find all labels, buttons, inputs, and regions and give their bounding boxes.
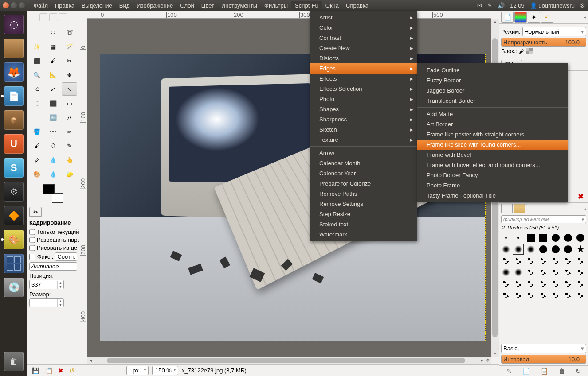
menu-инструменты[interactable]: Инструменты: [218, 1, 261, 10]
brush-40[interactable]: [563, 290, 574, 301]
brush-4[interactable]: [550, 232, 561, 243]
undo-tab[interactable]: ↶: [541, 12, 553, 23]
launcher-firefox[interactable]: 🦊: [3, 61, 25, 83]
brush-11[interactable]: [550, 244, 561, 255]
menuitem-step-resize[interactable]: Step Resize: [310, 209, 417, 219]
restore-options-icon[interactable]: 📋: [45, 367, 53, 374]
opt-draw-center-checkbox[interactable]: [29, 245, 35, 251]
brush-25[interactable]: [550, 267, 561, 278]
zoom-dropdown[interactable]: 150 %: [152, 366, 178, 375]
brush-18[interactable]: [550, 255, 561, 266]
brush-22[interactable]: [513, 267, 524, 278]
menuitem-artist[interactable]: Artist: [310, 12, 417, 23]
menuitem-stoked-text[interactable]: Stoked text: [310, 219, 417, 229]
brush-26[interactable]: [563, 267, 574, 278]
brush-31[interactable]: [537, 278, 549, 289]
tool-9[interactable]: 🔍: [29, 68, 45, 81]
brush-preset-dropdown[interactable]: Basic,: [501, 344, 586, 353]
brush-15[interactable]: [513, 255, 524, 266]
menuitem-prepare-for-colorize[interactable]: Prepare for Colorize: [310, 178, 417, 189]
menuitem-effects[interactable]: Effects: [310, 74, 417, 84]
brush-12[interactable]: [563, 244, 574, 255]
brush-3[interactable]: [537, 232, 549, 243]
opt-fixed-checkbox[interactable]: [29, 254, 35, 260]
brush-10[interactable]: [537, 244, 549, 255]
brush-23[interactable]: [525, 267, 536, 278]
close-tab-button[interactable]: ✖: [575, 192, 586, 201]
unit-dropdown[interactable]: px: [126, 366, 149, 375]
tool-17[interactable]: ▭: [62, 97, 77, 110]
lock-alpha-icon[interactable]: [526, 48, 533, 54]
brush-8[interactable]: [513, 244, 524, 255]
tool-3[interactable]: ✨: [29, 40, 45, 53]
brush-35[interactable]: [500, 290, 511, 301]
opt-fixed-dropdown[interactable]: Соотн.: [55, 252, 77, 261]
tool-2[interactable]: ➰: [62, 26, 77, 39]
menuitem-remove-settings[interactable]: Remove Settings: [310, 199, 417, 209]
menuitem-tasty-frame-optional-title[interactable]: Tasty Frame - optional Title: [417, 190, 568, 201]
tool-16[interactable]: ⬛: [46, 97, 61, 110]
brush-27[interactable]: [575, 267, 586, 278]
menu-фильтры[interactable]: Фильтры: [261, 1, 291, 10]
brush-34[interactable]: [575, 278, 586, 289]
input-method-icon[interactable]: ✎: [487, 2, 492, 9]
channels-tab[interactable]: [514, 12, 527, 23]
brushes-tab[interactable]: [501, 204, 513, 213]
position-spinbox[interactable]: 337▲▼: [29, 280, 64, 289]
brush-28[interactable]: [500, 278, 511, 289]
fg-bg-swatch[interactable]: [42, 184, 64, 203]
launcher-trash[interactable]: 🗑: [3, 350, 25, 372]
launcher-disc[interactable]: 💿: [3, 276, 25, 298]
menu-файл[interactable]: Файл: [30, 1, 51, 10]
menuitem-frame-with-hover-effect-and-round-corners[interactable]: Frame with hover effect and round corner…: [417, 160, 568, 170]
nav-preview-icon[interactable]: ✥: [485, 357, 491, 364]
save-options-icon[interactable]: 💾: [32, 367, 39, 374]
menuitem-watermark[interactable]: Watermark: [310, 229, 417, 240]
launcher-vlc[interactable]: 🔶: [3, 205, 25, 227]
menuitem-jagged-border[interactable]: Jagged Border: [417, 85, 568, 96]
tool-30[interactable]: 🎨: [29, 167, 45, 181]
menu-правка[interactable]: Правка: [51, 1, 78, 10]
brush-16[interactable]: [525, 255, 536, 266]
duplicate-brush-icon[interactable]: 📋: [541, 368, 548, 375]
menu-цвет[interactable]: Цвет: [198, 1, 218, 10]
tool-13[interactable]: ⤢: [46, 82, 61, 96]
menuitem-frame-like-poster-with-straight-corners[interactable]: Frame like poster with straight corners.…: [417, 129, 568, 140]
brush-29[interactable]: [513, 278, 524, 289]
menuitem-fuzzy-border[interactable]: Fuzzy Border: [417, 75, 568, 85]
menuitem-sketch[interactable]: Sketch: [310, 124, 417, 135]
session-gear-icon[interactable]: ⚙: [580, 2, 585, 9]
edit-brush-icon[interactable]: ✎: [506, 368, 512, 375]
menu-вид[interactable]: Вид: [116, 1, 133, 10]
tool-29[interactable]: 👆: [62, 153, 77, 167]
brush-grid[interactable]: [499, 231, 588, 342]
tool-5[interactable]: 🪄: [62, 40, 77, 53]
menuitem-frame-with-bevel[interactable]: Frame with Bevel: [417, 150, 568, 160]
menuitem-remove-paths[interactable]: Remove Paths: [310, 189, 417, 199]
menu-script-fu[interactable]: Script-Fu: [291, 1, 322, 10]
launcher-ubuntuone[interactable]: U: [3, 133, 25, 155]
patterns-tab[interactable]: [514, 204, 525, 213]
opt-allow-grow-checkbox[interactable]: [29, 237, 35, 243]
opt-active-field[interactable]: Активное: [29, 262, 77, 271]
brush-7[interactable]: [500, 244, 511, 255]
dock-menu-icon[interactable]: ◂: [584, 15, 586, 19]
scroll-up-icon[interactable]: ▴: [492, 19, 498, 25]
launcher-settings[interactable]: ⚙: [3, 181, 25, 203]
tool-11[interactable]: ✥: [62, 68, 77, 81]
refresh-brush-icon[interactable]: ↻: [576, 368, 581, 375]
tool-25[interactable]: ⬯: [46, 139, 61, 152]
brush-38[interactable]: [537, 290, 549, 301]
menuitem-art-border[interactable]: Art Border: [417, 119, 568, 129]
brush-39[interactable]: [550, 290, 561, 301]
brush-13[interactable]: [575, 244, 586, 255]
volume-icon[interactable]: 🔊: [498, 2, 505, 9]
tool-19[interactable]: 🔤: [46, 111, 61, 124]
tool-23[interactable]: ✏: [62, 125, 77, 138]
menuitem-calendar-year[interactable]: Calendar Year: [310, 168, 417, 178]
brush-9[interactable]: [525, 244, 536, 255]
tool-0[interactable]: ▭: [29, 26, 45, 39]
interval-slider[interactable]: Интервал10,0: [501, 355, 586, 364]
window-maximize-button[interactable]: [19, 2, 25, 8]
mail-icon[interactable]: ✉: [477, 2, 482, 9]
